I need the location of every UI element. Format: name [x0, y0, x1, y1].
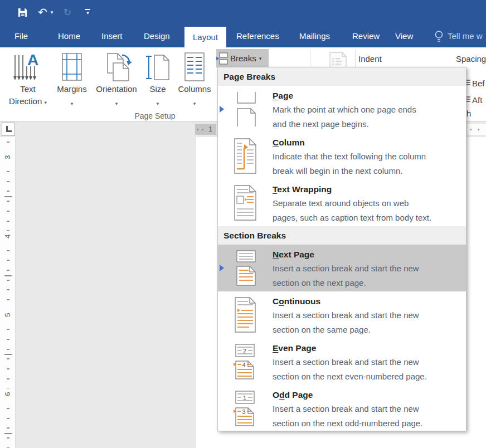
breaks-icon: [216, 51, 229, 66]
blue-arrow-icon: [220, 265, 224, 271]
svg-text:3: 3: [242, 408, 245, 415]
tab-home[interactable]: Home: [58, 25, 80, 47]
svg-text:2: 2: [243, 348, 246, 354]
ruler-margin-segment: 1: [195, 124, 216, 135]
breaks-label: Breaks: [230, 53, 256, 63]
redo-button[interactable]: ↻: [63, 7, 71, 17]
margins-icon: [59, 52, 85, 82]
tab-insert[interactable]: Insert: [101, 25, 123, 47]
size-button[interactable]: Size ▾: [143, 50, 173, 111]
chevron-down-icon: ▾: [143, 101, 173, 106]
spacing-label: Spacing: [456, 54, 486, 64]
chevron-down-icon: ▾: [54, 101, 90, 106]
tab-review[interactable]: Review: [352, 25, 380, 47]
spacing-before-label: Bef: [472, 79, 485, 88]
left-tab-icon: [6, 126, 12, 132]
ruler-number: 5: [2, 309, 13, 320]
ruler-number: 3: [2, 152, 13, 163]
indent-label: Indent: [358, 54, 382, 64]
blue-arrow-icon: [220, 106, 224, 113]
text-direction-icon: A: [12, 53, 43, 82]
save-icon[interactable]: [14, 7, 30, 18]
menu-item-column-break[interactable]: Column Indicate that the text following …: [218, 133, 466, 179]
columns-icon: [183, 52, 206, 82]
orientation-label: Orientation: [94, 84, 139, 94]
text-wrapping-icon: [232, 184, 258, 221]
lightbulb-icon: [434, 30, 444, 43]
size-label: Size: [143, 84, 173, 94]
breaks-button[interactable]: Breaks ▾: [216, 49, 269, 67]
chevron-down-icon: ▾: [176, 101, 213, 106]
customize-qat-button[interactable]: ▾: [85, 9, 90, 16]
ruler-number: 1: [208, 125, 212, 133]
tab-stop-selector[interactable]: [2, 123, 15, 136]
ribbon-tab-bar: File Home Insert Design Layout Reference…: [0, 25, 486, 47]
margins-label: Margins: [54, 84, 90, 94]
ruler-text-segment: [467, 124, 486, 135]
tell-me-box[interactable]: Tell me w: [434, 25, 483, 47]
chevron-down-icon: ▾: [259, 56, 262, 61]
ruler-number: 6: [2, 388, 13, 400]
menu-header-page-breaks: Page Breaks: [218, 67, 466, 86]
tab-references[interactable]: References: [236, 25, 279, 47]
svg-text:1: 1: [243, 395, 246, 401]
continuous-break-icon: [232, 296, 258, 333]
breaks-dropdown-menu: Page Breaks Page Mark the point at which…: [217, 67, 466, 431]
next-page-icon: [232, 250, 258, 286]
menu-item-continuous[interactable]: Continuous Insert a section break and st…: [218, 291, 466, 338]
orientation-icon: [101, 52, 132, 82]
tab-layout[interactable]: Layout: [184, 27, 226, 47]
tab-mailings[interactable]: Mailings: [299, 25, 330, 47]
undo-button[interactable]: ↶: [38, 7, 47, 18]
menu-item-page-break[interactable]: Page Mark the point at which one page en…: [218, 86, 466, 133]
odd-page-icon: 1 3: [232, 390, 258, 427]
orientation-button[interactable]: Orientation ▾: [94, 50, 139, 111]
word-window: ↶ ▾ ↻ ▾ File Home Insert Design Layout R…: [0, 0, 486, 448]
menu-item-odd-page[interactable]: 1 3 Odd Page Insert a section break and …: [218, 385, 466, 432]
ruler-number: 4: [2, 231, 13, 242]
chevron-down-icon: ▾: [51, 10, 54, 15]
menu-header-section-breaks: Section Breaks: [218, 226, 466, 245]
quick-access-toolbar: ↶ ▾ ↻ ▾: [0, 0, 90, 25]
tab-file[interactable]: File: [14, 25, 28, 47]
even-page-icon: 2 4: [232, 343, 258, 380]
tab-view[interactable]: View: [395, 25, 413, 47]
clipped-text-fragment: h: [466, 109, 471, 118]
chevron-down-icon: ▾: [94, 101, 139, 106]
text-direction-button[interactable]: A Text Direction ▾: [6, 50, 50, 111]
size-icon: [145, 52, 170, 82]
menu-item-even-page[interactable]: 2 4 Even Page Insert a section break and…: [218, 338, 466, 385]
page-break-icon: [232, 91, 258, 128]
menu-item-text-wrapping[interactable]: Text Wrapping Separate text around objec…: [218, 179, 466, 226]
spacing-after-label: Aft: [472, 95, 482, 105]
undo-dropdown[interactable]: ▾: [51, 10, 54, 15]
tab-design[interactable]: Design: [144, 25, 170, 47]
floppy-icon: [17, 7, 28, 18]
vertical-ruler[interactable]: 3 4 5 6: [0, 137, 16, 448]
chevron-down-icon: ▾: [44, 100, 47, 105]
svg-text:4: 4: [242, 362, 245, 368]
margins-button[interactable]: Margins ▾: [54, 50, 90, 111]
redo-icon: ↻: [63, 7, 71, 17]
chevron-down-icon: ▾: [86, 11, 89, 16]
column-break-icon: [232, 138, 258, 174]
columns-button[interactable]: Columns ▾: [176, 50, 213, 111]
title-bar: ↶ ▾ ↻ ▾: [0, 0, 486, 25]
text-direction-label-2: Direction: [9, 96, 42, 106]
undo-icon: ↶: [38, 7, 47, 18]
menu-item-next-page[interactable]: Next Page Insert a section break and sta…: [218, 245, 466, 291]
svg-text:A: A: [27, 53, 38, 69]
text-direction-label-1: Text: [6, 84, 50, 94]
tell-me-label: Tell me w: [448, 31, 483, 41]
columns-label: Columns: [176, 84, 213, 94]
page-setup-group-label: Page Setup: [88, 111, 222, 120]
ruler-ticks: [7, 137, 9, 448]
